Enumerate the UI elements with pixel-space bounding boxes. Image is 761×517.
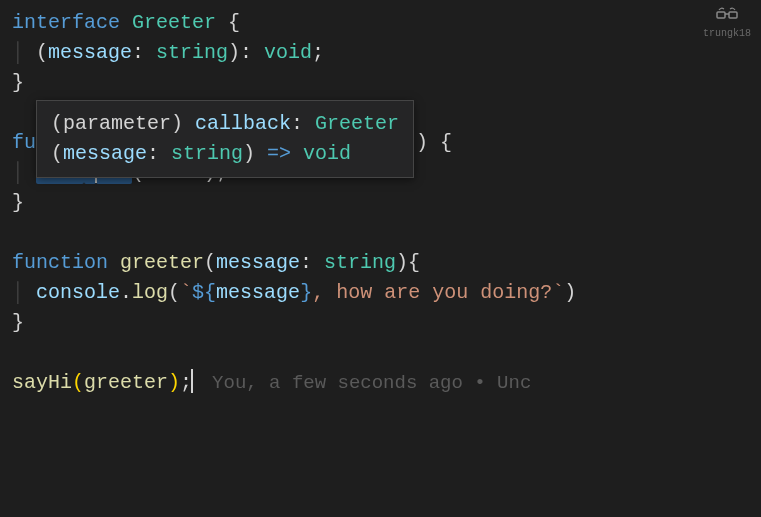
keyword: fu [12, 131, 36, 154]
indent-guide: │ [12, 161, 36, 184]
dot: . [120, 281, 132, 304]
code-line[interactable]: interface Greeter { [12, 8, 749, 38]
paren: ( [36, 41, 48, 64]
interp-open: ${ [192, 281, 216, 304]
type: string [156, 41, 228, 64]
code-line[interactable]: } [12, 188, 749, 218]
paren: ( [72, 371, 84, 394]
tooltip-param-name: callback [195, 112, 291, 135]
paren: ) [168, 371, 180, 394]
code-line[interactable]: } [12, 308, 749, 338]
git-blame-annotation[interactable]: You, a few seconds ago • Unc [212, 372, 531, 394]
tooltip-colon: : [147, 142, 171, 165]
paren: ) [564, 281, 576, 304]
colon: : [132, 41, 156, 64]
tooltip-signature: (message: string) => void [51, 139, 399, 169]
paren: ( [204, 251, 216, 274]
type: string [324, 251, 396, 274]
code-line[interactable]: │ console.log(`${message}, how are you d… [12, 278, 749, 308]
tooltip-paren: ) [243, 142, 255, 165]
tooltip-param: message [63, 142, 147, 165]
paren: ){ [396, 251, 420, 274]
interp-close: } [300, 281, 312, 304]
tooltip-signature: (parameter) callback: Greeter [51, 109, 399, 139]
hover-tooltip: (parameter) callback: Greeter (message: … [36, 100, 414, 178]
code-line[interactable]: sayHi(greeter);You, a few seconds ago • … [12, 368, 749, 398]
parameter: message [216, 251, 300, 274]
tooltip-paren: ( [51, 142, 63, 165]
return-type: void [264, 41, 312, 64]
glasses-icon [715, 6, 739, 24]
code-line[interactable]: } [12, 68, 749, 98]
code-line[interactable]: │ (message: string): void; [12, 38, 749, 68]
watermark: trungk18 [703, 6, 751, 41]
tooltip-ptype: string [171, 142, 243, 165]
brace: } [12, 71, 24, 94]
tooltip-arrow: => [255, 142, 303, 165]
template-close: ` [552, 281, 564, 304]
indent-guide: │ [12, 281, 36, 304]
indent-guide: │ [12, 41, 36, 64]
tooltip-type: Greeter [315, 112, 399, 135]
brace: } [12, 191, 24, 214]
watermark-text: trungk18 [703, 28, 751, 39]
blank-line[interactable] [12, 218, 749, 248]
template-text: , how are you doing? [312, 281, 552, 304]
brace: } [12, 311, 24, 334]
brace: ) { [416, 131, 452, 154]
object: console [36, 281, 120, 304]
variable: message [216, 281, 300, 304]
brace: { [216, 11, 240, 34]
tooltip-return: void [303, 142, 351, 165]
paren: ): [228, 41, 264, 64]
semicolon: ; [312, 41, 324, 64]
blank-line[interactable] [12, 338, 749, 368]
text-cursor [191, 369, 193, 393]
method: log [132, 281, 168, 304]
keyword: function [12, 251, 108, 274]
template-open: ` [180, 281, 192, 304]
tooltip-colon: : [291, 112, 315, 135]
svg-rect-0 [717, 12, 725, 18]
argument: greeter [84, 371, 168, 394]
type-name: Greeter [132, 11, 216, 34]
code-line[interactable]: function greeter(message: string){ [12, 248, 749, 278]
colon: : [300, 251, 324, 274]
code-editor[interactable]: interface Greeter { │ (message: string):… [0, 0, 761, 406]
paren: ( [168, 281, 180, 304]
function-name: greeter [120, 251, 204, 274]
parameter: message [48, 41, 132, 64]
keyword: interface [12, 11, 120, 34]
function-call: sayHi [12, 371, 72, 394]
tooltip-label: (parameter) [51, 112, 195, 135]
svg-rect-1 [729, 12, 737, 18]
